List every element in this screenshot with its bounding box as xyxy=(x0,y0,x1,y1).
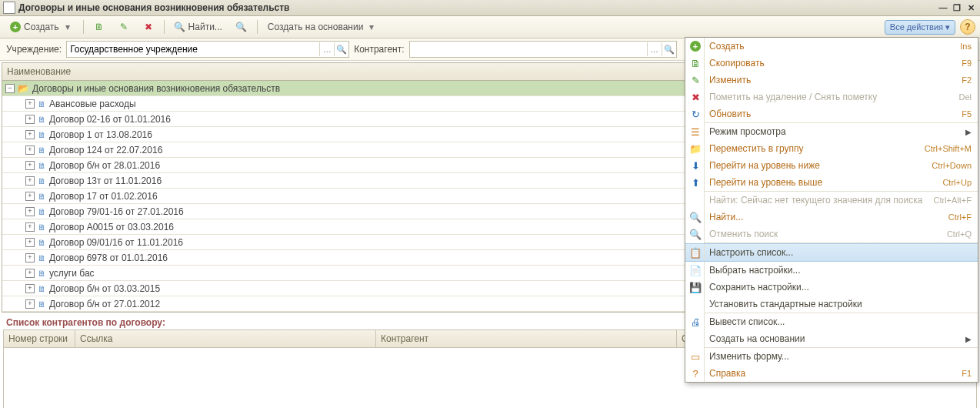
magnifier-icon: 🔍 xyxy=(175,22,185,32)
help-button[interactable]: ? xyxy=(960,19,975,35)
sub-col-counterparty[interactable]: Контрагент xyxy=(376,330,677,347)
menu-cancel-find: 🔍Отменить поискCtrl+Q xyxy=(685,226,978,242)
toolbar: + Создать ▾ 🗎 ✎ ✖ 🔍 Найти... 🔍 Создать н… xyxy=(0,16,980,38)
menu-help[interactable]: ?СправкаF1 xyxy=(685,365,978,382)
mark-delete-button[interactable]: ✖ xyxy=(138,19,159,35)
window-title: Договоры и иные основания возникновения … xyxy=(18,2,290,13)
expand-icon[interactable]: + xyxy=(25,222,35,232)
expand-icon[interactable]: + xyxy=(25,176,35,186)
find-label: Найти... xyxy=(188,22,222,32)
document-icon: 🗎 xyxy=(38,192,46,201)
gear-list-icon: 📄 xyxy=(687,262,705,279)
expand-icon[interactable]: + xyxy=(25,145,35,155)
refresh-icon: ↻ xyxy=(687,105,705,122)
row-label: Договор А0015 от 03.03.2016 xyxy=(49,222,174,232)
sub-col-link[interactable]: Ссылка xyxy=(75,330,376,347)
expand-icon[interactable]: + xyxy=(25,253,35,263)
menu-create[interactable]: +СоздатьIns xyxy=(685,38,978,55)
find-button[interactable]: 🔍 Найти... xyxy=(169,19,228,35)
menu-find[interactable]: 🔍Найти...Ctrl+F xyxy=(685,209,978,226)
maximize-button[interactable]: ❐ xyxy=(951,2,963,13)
row-label: Договор б/н от 28.01.2016 xyxy=(49,160,160,171)
row-label: Договор 6978 от 01.01.2016 xyxy=(49,252,168,263)
arrow-up-icon: ⬆ xyxy=(687,174,705,191)
menu-save-settings[interactable]: 💾Сохранить настройки... xyxy=(685,279,978,296)
row-label: Договор 79/01-16 от 27.01.2016 xyxy=(49,206,184,217)
pencil-icon: ✎ xyxy=(687,72,705,89)
separator xyxy=(83,20,84,34)
form-icon: ▭ xyxy=(687,348,705,365)
all-actions-label: Все действия xyxy=(890,22,943,32)
minimize-button[interactable]: — xyxy=(937,2,949,13)
cross-icon: ✖ xyxy=(687,89,705,105)
separator xyxy=(257,20,258,34)
expand-icon[interactable]: + xyxy=(25,99,35,109)
menu-level-up[interactable]: ⬆Перейти на уровень вышеCtrl+Up xyxy=(685,174,978,191)
expand-icon[interactable]: + xyxy=(25,269,35,278)
expand-icon[interactable]: + xyxy=(25,238,35,247)
create-based-button[interactable]: Создать на основании ▾ xyxy=(262,19,383,35)
document-icon: 🗎 xyxy=(38,269,46,278)
institution-field[interactable]: … 🔍 xyxy=(66,41,349,58)
pencil-icon: ✎ xyxy=(118,22,129,32)
expand-icon[interactable]: + xyxy=(25,130,35,139)
expand-icon[interactable]: + xyxy=(25,299,35,309)
expand-icon[interactable]: + xyxy=(25,207,35,216)
dots-button[interactable]: … xyxy=(647,42,662,56)
document-icon: 🗎 xyxy=(38,176,46,186)
all-actions-button[interactable]: Все действия ▾ xyxy=(885,20,955,35)
expand-icon[interactable]: + xyxy=(25,115,35,124)
dots-button[interactable]: … xyxy=(319,42,334,56)
help-icon: ? xyxy=(687,365,705,382)
menu-edit-form[interactable]: ▭Изменить форму... xyxy=(685,348,978,365)
magnifier-icon: 🔍 xyxy=(687,209,705,226)
expand-icon[interactable]: + xyxy=(25,192,35,201)
settings-list-icon: 📋 xyxy=(687,244,705,261)
menu-find-current: Найти: Сейчас нет текущего значения для … xyxy=(685,192,978,209)
row-label: Договор 02-16 от 01.01.2016 xyxy=(49,114,171,125)
expand-icon[interactable]: + xyxy=(25,284,35,293)
menu-view-mode[interactable]: ☰Режим просмотра▶ xyxy=(685,123,978,140)
collapse-icon[interactable]: − xyxy=(5,84,15,93)
expand-icon[interactable]: + xyxy=(25,161,35,170)
menu-create-based[interactable]: Создать на основании▶ xyxy=(685,330,978,347)
magnifier-cancel-icon: 🔍 xyxy=(687,226,705,242)
menu-choose-settings[interactable]: 📄Выбрать настройки... xyxy=(685,262,978,279)
create-button[interactable]: + Создать ▾ xyxy=(5,19,78,35)
row-label: Договор 09/01/16 от 11.01.2016 xyxy=(49,237,183,248)
menu-edit[interactable]: ✎ИзменитьF2 xyxy=(685,72,978,89)
copy-doc-button[interactable]: 🗎 xyxy=(88,19,110,35)
menu-copy[interactable]: 🗎СкопироватьF9 xyxy=(685,55,978,72)
plus-circle-icon: + xyxy=(10,22,21,32)
row-label: Договор б/н от 27.01.2012 xyxy=(49,299,160,309)
menu-level-down[interactable]: ⬇Перейти на уровень нижеCtrl+Down xyxy=(685,157,978,174)
document-icon: 🗎 xyxy=(38,222,46,232)
edit-button[interactable]: ✎ xyxy=(113,19,135,35)
menu-default-settings[interactable]: Установить стандартные настройки xyxy=(685,296,978,313)
menu-configure-list[interactable]: 📋Настроить список... xyxy=(685,243,978,262)
menu-refresh[interactable]: ↻ОбновитьF5 xyxy=(685,105,978,122)
empty-icon xyxy=(687,330,705,347)
counterparty-input[interactable] xyxy=(410,42,647,56)
close-button[interactable]: ✕ xyxy=(965,2,977,13)
institution-label: Учреждение: xyxy=(6,44,62,55)
sub-col-number[interactable]: Номер строки xyxy=(4,330,75,347)
menu-move-group[interactable]: 📁Переместить в группуCtrl+Shift+M xyxy=(685,140,978,157)
document-icon: 🗎 xyxy=(38,207,46,216)
document-icon: 🗎 xyxy=(38,161,46,170)
plus-circle-icon: + xyxy=(690,41,701,52)
create-based-label: Создать на основании xyxy=(268,22,364,32)
menu-output-list[interactable]: 🖨Вывести список... xyxy=(685,313,978,330)
magnifier-icon[interactable]: 🔍 xyxy=(662,42,676,56)
separator xyxy=(164,20,165,34)
counterparty-field[interactable]: … 🔍 xyxy=(409,41,677,58)
institution-input[interactable] xyxy=(67,42,319,56)
empty-icon xyxy=(687,192,705,209)
cancel-find-button[interactable]: 🔍 xyxy=(231,19,252,35)
dropdown-icon: ▾ xyxy=(366,22,377,32)
document-icon: 🗎 xyxy=(38,299,46,309)
magnifier-cancel-icon: 🔍 xyxy=(236,22,247,32)
save-icon: 💾 xyxy=(687,279,705,296)
document-icon: 🗎 xyxy=(38,130,46,139)
magnifier-icon[interactable]: 🔍 xyxy=(334,42,348,56)
